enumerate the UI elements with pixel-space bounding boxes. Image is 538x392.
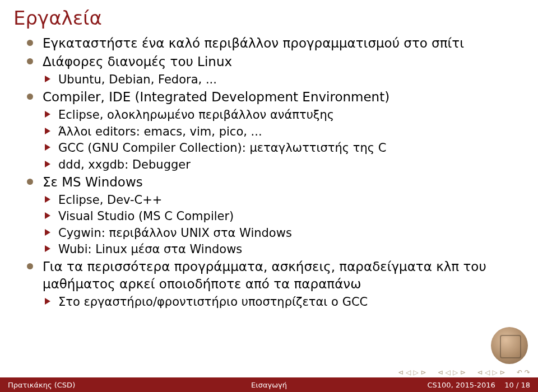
subbullet-item: Cygwin: περιβάλλον UNIX στα Windows — [27, 225, 525, 241]
nav-next-icon[interactable]: ▷ — [453, 368, 458, 376]
nav-last-icon[interactable]: ⊳ — [421, 368, 426, 376]
nav-next-icon[interactable]: ▷ — [413, 368, 418, 376]
subbullet-item: Στο εργαστήριο/φροντιστήριο υποστηρίζετα… — [27, 294, 525, 310]
subbullet-item: Eclipse, ολοκληρωμένο περιβάλλον ανάπτυξ… — [27, 107, 525, 123]
nav-last-icon[interactable]: ⊳ — [460, 368, 466, 376]
bullet-item: Compiler, IDE (Integrated Development En… — [27, 88, 525, 106]
nav-fwd-icon[interactable]: ↷ — [525, 368, 530, 376]
nav-first-icon[interactable]: ⊲ — [477, 368, 483, 376]
footer-course: CS100, 2015-2016 — [427, 381, 495, 389]
nav-back-icon[interactable]: ↶ — [517, 368, 522, 376]
footer-right: CS100, 2015-2016 10 / 18 — [356, 381, 538, 389]
nav-next-icon[interactable]: ▷ — [493, 368, 498, 376]
slide: Εργαλεία Εγκαταστήστε ένα καλό περιβάλλο… — [0, 0, 538, 392]
nav-first-icon[interactable]: ⊲ — [398, 368, 404, 376]
footer-author: Πρατικάκης (CSD) — [0, 381, 182, 389]
slide-content: Εγκαταστήστε ένα καλό περιβάλλον προγραμ… — [0, 35, 538, 310]
slide-footer: Πρατικάκης (CSD) Εισαγωγή CS100, 2015-20… — [0, 377, 538, 392]
nav-prev-icon[interactable]: ◁ — [446, 368, 451, 376]
nav-prev-icon[interactable]: ◁ — [485, 368, 490, 376]
bullet-item: Εγκαταστήστε ένα καλό περιβάλλον προγραμ… — [27, 35, 525, 52]
bullet-item: Σε MS Windows — [27, 174, 525, 191]
subbullet-item: Ubuntu, Debian, Fedora, ... — [27, 72, 525, 87]
slide-title: Εργαλεία — [0, 0, 538, 34]
subbullet-item: Wubi: Linux μέσα στα Windows — [27, 241, 525, 257]
subbullet-item: ddd, xxgdb: Debugger — [27, 157, 525, 172]
nav-last-icon[interactable]: ⊳ — [500, 368, 505, 376]
nav-controls: ⊲ ◁ ▷ ⊳ ⊲ ◁ ▷ ⊳ ⊲ ◁ ▷ ⊳ ↶ ↷ — [398, 368, 530, 376]
footer-title: Εισαγωγή — [182, 381, 356, 389]
subbullet-item: Visual Studio (MS C Compiler) — [27, 208, 525, 224]
bullet-item: Για τα περισσότερα προγράμματα, ασκήσεις… — [27, 258, 525, 293]
subbullet-item: GCC (GNU Compiler Collection): μεταγλωττ… — [27, 140, 525, 156]
footer-page: 10 / 18 — [504, 381, 530, 389]
nav-first-icon[interactable]: ⊲ — [438, 368, 443, 376]
nav-prev-icon[interactable]: ◁ — [406, 368, 411, 376]
subbullet-item: Eclipse, Dev-C++ — [27, 192, 525, 208]
university-logo — [491, 327, 528, 364]
bullet-item: Διάφορες διανομές του Linux — [27, 53, 525, 71]
subbullet-item: Άλλοι editors: emacs, vim, pico, ... — [27, 124, 525, 139]
